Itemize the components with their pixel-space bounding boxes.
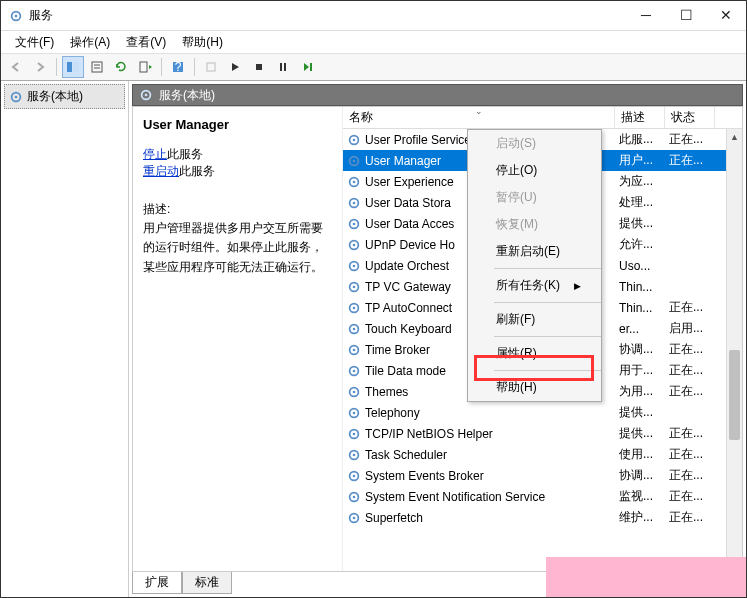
detail-pane: User Manager 停止此服务 重启动此服务 描述: 用户管理器提供多用户… (133, 107, 343, 571)
service-name: UPnP Device Ho (365, 238, 455, 252)
service-name: Superfetch (365, 511, 423, 525)
minimize-button[interactable]: ─ (626, 1, 666, 31)
svg-point-36 (353, 306, 356, 309)
service-status: 正在... (665, 425, 715, 442)
service-desc: 监视... (615, 488, 665, 505)
table-row[interactable]: System Events Broker协调...正在... (343, 465, 742, 486)
help-button[interactable]: ? (167, 56, 189, 78)
service-desc: 提供... (615, 215, 665, 232)
service-name: TP AutoConnect (365, 301, 452, 315)
column-name[interactable]: 名称⌄ (343, 107, 615, 128)
service-status: 启用... (665, 320, 715, 337)
pause-service-button[interactable] (272, 56, 294, 78)
stop-service-button[interactable] (248, 56, 270, 78)
desc-label: 描述: (143, 200, 332, 219)
service-status: 正在... (665, 362, 715, 379)
column-desc[interactable]: 描述 (615, 107, 665, 128)
svg-point-32 (353, 264, 356, 267)
svg-rect-12 (280, 63, 282, 71)
gear-icon (9, 90, 23, 104)
properties-button[interactable] (86, 56, 108, 78)
menu-file[interactable]: 文件(F) (7, 32, 62, 53)
export-button[interactable] (134, 56, 156, 78)
svg-point-28 (353, 222, 356, 225)
service-name: User Profile Service (365, 133, 471, 147)
close-button[interactable]: ✕ (706, 1, 746, 31)
gear-icon (347, 133, 361, 147)
tab-standard[interactable]: 标准 (182, 572, 232, 594)
gear-icon (347, 154, 361, 168)
stop-button[interactable] (200, 56, 222, 78)
service-name: Tile Data mode (365, 364, 446, 378)
tree-root-item[interactable]: 服务(本地) (4, 84, 125, 109)
cm-resume[interactable]: 恢复(M) (468, 211, 601, 238)
cm-stop[interactable]: 停止(O) (468, 157, 601, 184)
gear-icon (347, 259, 361, 273)
maximize-button[interactable]: ☐ (666, 1, 706, 31)
table-row[interactable]: Superfetch维护...正在... (343, 507, 742, 528)
cm-properties[interactable]: 属性(R) (468, 340, 601, 367)
scrollbar-thumb[interactable] (729, 350, 740, 440)
svg-rect-13 (284, 63, 286, 71)
svg-rect-2 (67, 62, 72, 72)
table-row[interactable]: System Event Notification Service监视...正在… (343, 486, 742, 507)
tree-root-label: 服务(本地) (27, 88, 83, 105)
restart-link[interactable]: 重启动 (143, 164, 179, 178)
table-row[interactable]: Task Scheduler使用...正在... (343, 444, 742, 465)
service-status: 正在... (665, 131, 715, 148)
sort-indicator: ⌄ (475, 107, 483, 116)
service-status: 正在... (665, 488, 715, 505)
cm-pause[interactable]: 暂停(U) (468, 184, 601, 211)
gear-icon (347, 406, 361, 420)
service-desc: 用户... (615, 152, 665, 169)
cm-restart[interactable]: 重新启动(E) (468, 238, 601, 265)
cm-refresh[interactable]: 刷新(F) (468, 306, 601, 333)
svg-point-1 (15, 14, 18, 17)
svg-point-48 (353, 432, 356, 435)
forward-button[interactable] (29, 56, 51, 78)
pink-overlay (546, 557, 746, 597)
stop-link[interactable]: 停止 (143, 147, 167, 161)
service-desc: Uso... (615, 259, 665, 273)
svg-point-22 (353, 159, 356, 162)
svg-rect-14 (310, 63, 312, 71)
cm-start[interactable]: 启动(S) (468, 130, 601, 157)
vertical-scrollbar[interactable]: ▲ ▼ (726, 129, 742, 571)
service-desc: 提供... (615, 404, 665, 421)
back-button[interactable] (5, 56, 27, 78)
service-name: System Event Notification Service (365, 490, 545, 504)
service-status: 正在... (665, 446, 715, 463)
menu-action[interactable]: 操作(A) (62, 32, 118, 53)
svg-rect-3 (73, 62, 79, 72)
svg-rect-11 (256, 64, 262, 70)
service-status: 正在... (665, 467, 715, 484)
service-name: Touch Keyboard (365, 322, 452, 336)
gear-icon (347, 217, 361, 231)
extended-view-header: 服务(本地) (132, 84, 743, 106)
gear-icon (347, 469, 361, 483)
service-name: Time Broker (365, 343, 430, 357)
svg-rect-7 (140, 62, 147, 72)
menu-view[interactable]: 查看(V) (118, 32, 174, 53)
menu-help[interactable]: 帮助(H) (174, 32, 231, 53)
show-hide-tree-button[interactable] (62, 56, 84, 78)
refresh-button[interactable] (110, 56, 132, 78)
tab-extended[interactable]: 扩展 (132, 572, 182, 594)
start-service-button[interactable] (224, 56, 246, 78)
service-desc: 维护... (615, 509, 665, 526)
table-row[interactable]: TCP/IP NetBIOS Helper提供...正在... (343, 423, 742, 444)
gear-icon (347, 343, 361, 357)
cm-all-tasks[interactable]: 所有任务(K)▶ (468, 272, 601, 299)
extended-header-label: 服务(本地) (159, 87, 215, 104)
service-status: 正在... (665, 152, 715, 169)
table-row[interactable]: Telephony提供... (343, 402, 742, 423)
column-status[interactable]: 状态 (665, 107, 715, 128)
service-status: 正在... (665, 341, 715, 358)
gear-icon (347, 448, 361, 462)
app-icon (9, 9, 23, 23)
cm-help[interactable]: 帮助(H) (468, 374, 601, 401)
svg-point-50 (353, 453, 356, 456)
restart-service-button[interactable] (296, 56, 318, 78)
scroll-up-button[interactable]: ▲ (727, 129, 742, 145)
gear-icon (139, 88, 153, 102)
